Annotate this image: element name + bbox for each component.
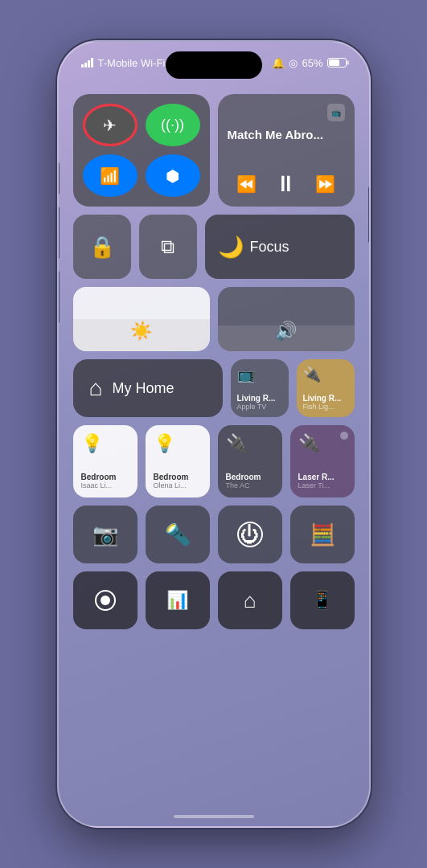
brightness-slider[interactable]: ☀️ <box>73 287 210 351</box>
laser-label: Laser R... <box>298 473 335 481</box>
bedroom-ac-sublabel: The AC <box>226 481 261 489</box>
bedroom-isaac-label: Bedroom <box>81 473 117 481</box>
row-utilities: 📷 🔦 ⏻ 🧮 <box>73 506 355 563</box>
screen-record-button[interactable]: ⏻ <box>218 506 282 563</box>
connectivity-panel: ✈ ((·)) 📶 ⬢ <box>73 94 210 207</box>
home-icon: ⌂ <box>89 375 103 401</box>
apple-tv-sublabel: Apple TV <box>237 403 276 411</box>
laser-sublabel: Laser Ti... <box>298 481 335 489</box>
screen-lock-icon: 🔒 <box>89 235 115 260</box>
bedroom-isaac-sublabel: Isaac Li... <box>81 481 117 489</box>
play-pause-icon[interactable]: ⏸ <box>274 170 297 197</box>
remote-button[interactable]: 📱 <box>290 571 355 629</box>
wifi-symbol-icon: 📶 <box>100 166 120 186</box>
bulb-isaac-icon: 💡 <box>81 433 103 454</box>
volume-up-button[interactable] <box>57 207 60 259</box>
volume-icon: 🔊 <box>275 321 297 342</box>
brightness-icon: ☀️ <box>130 321 152 342</box>
now-playing-panel: 📺 Match Me Abro... ⏪ ⏸ ⏩ <box>218 94 355 207</box>
battery-pct: 65% <box>302 57 322 69</box>
carrier-label: T-Mobile Wi-Fi <box>98 57 166 69</box>
apple-tv-device-button[interactable]: 📺 Living R... Apple TV <box>231 359 289 417</box>
now-playing-header: 📺 <box>228 104 345 121</box>
mirror-icon: ⧉ <box>161 235 174 258</box>
bedroom-olena-button[interactable]: 💡 Bedroom Olena Li... <box>146 425 210 497</box>
laser-remote-button[interactable]: 🔌 Laser R... Laser Ti... <box>290 425 355 497</box>
record-icon: ⏻ <box>237 522 263 547</box>
battery-indicator <box>327 58 347 68</box>
calculator-icon: 🧮 <box>310 522 335 547</box>
row-devices: 💡 Bedroom Isaac Li... 💡 Bedroom Olena Li… <box>73 425 355 497</box>
apple-tv-device-icon: 📺 <box>237 366 255 383</box>
airplane-mode-button[interactable]: ✈ <box>83 104 138 146</box>
volume-down-button[interactable] <box>57 271 60 323</box>
plug-ac-icon: 🔌 <box>226 433 248 454</box>
laser-status-dot <box>340 432 348 440</box>
my-home-button[interactable]: ⌂ My Home <box>73 359 223 417</box>
bedroom-isaac-button[interactable]: 💡 Bedroom Isaac Li... <box>73 425 138 497</box>
fish-light-button[interactable]: 🔌 Living R... Fish Lig... <box>297 359 355 417</box>
bedroom-ac-label: Bedroom <box>226 473 261 481</box>
row-home: ⌂ My Home 📺 Living R... Apple TV 🔌 Livin… <box>73 359 355 417</box>
apple-tv-name: Living R... <box>237 394 276 403</box>
row-connectivity-nowplaying: ✈ ((·)) 📶 ⬢ 📺 Match Me Abro... <box>73 94 355 207</box>
row-bottom: 📊 ⌂ 📱 <box>73 571 355 629</box>
fish-light-sublabel: Fish Lig... <box>303 403 342 411</box>
focus-button[interactable]: 🌙 Focus <box>205 215 355 279</box>
bluetooth-button[interactable]: ⬢ <box>146 154 200 197</box>
skip-back-icon[interactable]: ⏪ <box>236 174 257 194</box>
flashlight-icon: 🔦 <box>165 522 191 547</box>
analytics-icon: 📊 <box>166 590 188 611</box>
calculator-button[interactable]: 🧮 <box>290 506 355 563</box>
record-button[interactable] <box>73 571 138 629</box>
airplane-icon: ✈ <box>103 116 117 135</box>
apple-tv-icon: 📺 <box>327 104 345 121</box>
location-icon: ◎ <box>289 57 298 69</box>
skip-forward-icon[interactable]: ⏩ <box>315 174 335 194</box>
mute-switch[interactable] <box>57 162 60 194</box>
moon-icon: 🌙 <box>218 235 244 260</box>
remote-icon: 📱 <box>311 590 333 611</box>
bedroom-olena-sublabel: Olena Li... <box>154 481 189 489</box>
analytics-button[interactable]: 📊 <box>146 571 210 629</box>
camera-button[interactable]: 📷 <box>73 506 138 563</box>
dynamic-island <box>166 51 262 79</box>
screen-lock-button[interactable]: 🔒 <box>73 215 131 279</box>
my-home-label: My Home <box>112 380 174 397</box>
phone-frame: T-Mobile Wi-Fi 📶 🔔 ◎ 65% ✈ ((·)) <box>57 40 371 828</box>
alarm-icon: 🔔 <box>272 57 285 69</box>
bedroom-olena-label: Bedroom <box>154 473 189 481</box>
plug-icon: 🔌 <box>303 366 321 383</box>
plug-laser-icon: 🔌 <box>298 433 320 454</box>
cellular-button[interactable]: ((·)) <box>146 104 200 146</box>
row-sliders: ☀️ 🔊 <box>73 287 355 351</box>
now-playing-controls[interactable]: ⏪ ⏸ ⏩ <box>228 170 345 197</box>
screen-mirror-button[interactable]: ⧉ <box>139 215 197 279</box>
bulb-olena-icon: 💡 <box>154 433 175 454</box>
cellular-icon: ((·)) <box>161 117 184 133</box>
home-indicator <box>174 815 254 818</box>
signal-bars <box>81 58 93 68</box>
camera-icon: 📷 <box>92 522 118 547</box>
row-controls: 🔒 ⧉ 🌙 Focus <box>73 215 355 279</box>
flashlight-button[interactable]: 🔦 <box>146 506 210 563</box>
record-dot-icon <box>95 590 116 611</box>
fish-light-name: Living R... <box>303 394 342 403</box>
home-bottom-button[interactable]: ⌂ <box>218 571 282 629</box>
status-right: 🔔 ◎ 65% <box>272 57 346 69</box>
volume-slider[interactable]: 🔊 <box>218 287 355 351</box>
now-playing-title: Match Me Abro... <box>228 128 345 170</box>
home-bottom-icon: ⌂ <box>244 588 257 613</box>
bluetooth-icon: ⬢ <box>166 166 179 186</box>
power-button[interactable] <box>368 186 371 243</box>
bedroom-ac-button[interactable]: 🔌 Bedroom The AC <box>218 425 282 497</box>
control-center: ✈ ((·)) 📶 ⬢ 📺 Match Me Abro... <box>73 94 355 802</box>
focus-label: Focus <box>250 239 289 256</box>
wifi-button[interactable]: 📶 <box>83 154 138 197</box>
